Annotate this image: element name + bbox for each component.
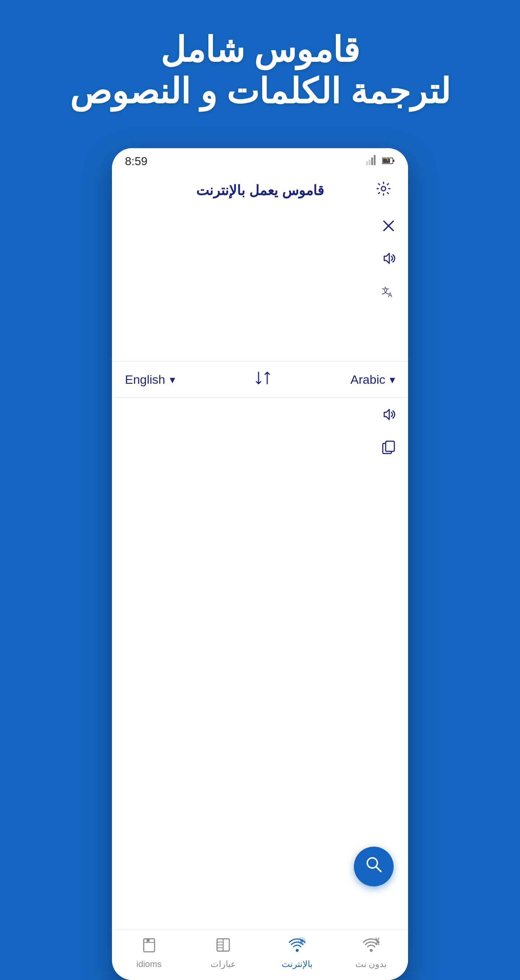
nav-item-offline[interactable]: بدون نت (334, 937, 408, 969)
hero-title-line2: لترجمة الكلمات و النصوص (70, 72, 450, 111)
phone-wrapper: 8:59 (0, 134, 520, 980)
app-bar-title: قاموس يعمل بالإنترنت (148, 183, 372, 198)
nav-item-idioms[interactable]: idioms (112, 937, 186, 969)
nav-label-phrases: عبارات (211, 959, 236, 969)
swap-icon (254, 369, 271, 390)
hero-title-line1: قاموس شامل (160, 30, 360, 69)
text-input-section: 文 A (112, 209, 408, 361)
bottom-navigation: idioms عبارات (112, 930, 408, 980)
svg-rect-1 (369, 160, 371, 165)
nav-label-idioms: idioms (136, 959, 162, 969)
svg-rect-3 (374, 155, 376, 165)
gear-icon (376, 181, 392, 200)
sound-icon (381, 251, 396, 269)
copy-button[interactable] (378, 438, 400, 459)
phone-mockup: 8:59 (112, 148, 408, 980)
swap-languages-button[interactable] (252, 369, 274, 390)
svg-line-16 (376, 867, 381, 872)
nav-item-online[interactable]: بالإنترنت (260, 937, 334, 969)
search-icon (365, 855, 383, 878)
svg-point-27 (370, 949, 373, 952)
svg-text:A: A (388, 292, 392, 298)
source-lang-label: English (125, 372, 165, 387)
bookmark-icon (141, 937, 157, 956)
right-action-bar: 文 A (378, 216, 400, 303)
app-bar: قاموس يعمل بالإنترنت (112, 172, 408, 209)
output-area (112, 398, 408, 930)
translate-button[interactable]: 文 A (378, 282, 400, 303)
svg-rect-5 (393, 160, 394, 162)
source-lang-selector[interactable]: English ▾ (125, 372, 175, 387)
wifi-off-icon (363, 937, 379, 956)
clear-button[interactable] (378, 216, 400, 238)
hero-title: قاموس شامل لترجمة الكلمات و النصوص (70, 29, 450, 112)
target-lang-selector[interactable]: Arabic ▾ (350, 372, 395, 387)
battery-icon (382, 156, 395, 167)
chevron-down-icon: ▾ (170, 373, 175, 386)
svg-point-24 (296, 949, 299, 952)
status-icons (366, 155, 395, 168)
svg-rect-14 (386, 441, 394, 451)
language-bar: English ▾ Arabic ▾ (112, 361, 408, 398)
search-fab-button[interactable] (354, 847, 394, 886)
target-lang-label: Arabic (350, 372, 385, 387)
nav-label-offline: بدون نت (355, 959, 387, 969)
status-bar: 8:59 (112, 148, 408, 172)
svg-point-25 (300, 939, 304, 943)
wifi-icon (289, 937, 306, 956)
settings-button[interactable] (372, 179, 395, 202)
nav-label-online: بالإنترنت (282, 959, 313, 969)
sound-icon (381, 407, 396, 425)
nav-item-phrases[interactable]: عبارات (186, 937, 260, 969)
svg-point-8 (381, 186, 386, 191)
translate-icon: 文 A (381, 283, 396, 302)
hero-section: قاموس شامل لترجمة الكلمات و النصوص (0, 0, 520, 134)
sound-button-output[interactable] (378, 405, 400, 427)
copy-icon (381, 440, 396, 458)
book-icon (216, 937, 231, 956)
svg-rect-0 (366, 162, 368, 165)
signal-icon (366, 155, 377, 168)
sound-button-input[interactable] (378, 249, 400, 270)
close-icon (382, 219, 395, 236)
status-time: 8:59 (125, 155, 147, 168)
svg-rect-2 (371, 158, 373, 165)
svg-rect-6 (383, 159, 390, 163)
output-right-bar (378, 405, 400, 459)
chevron-down-icon: ▾ (390, 373, 395, 386)
